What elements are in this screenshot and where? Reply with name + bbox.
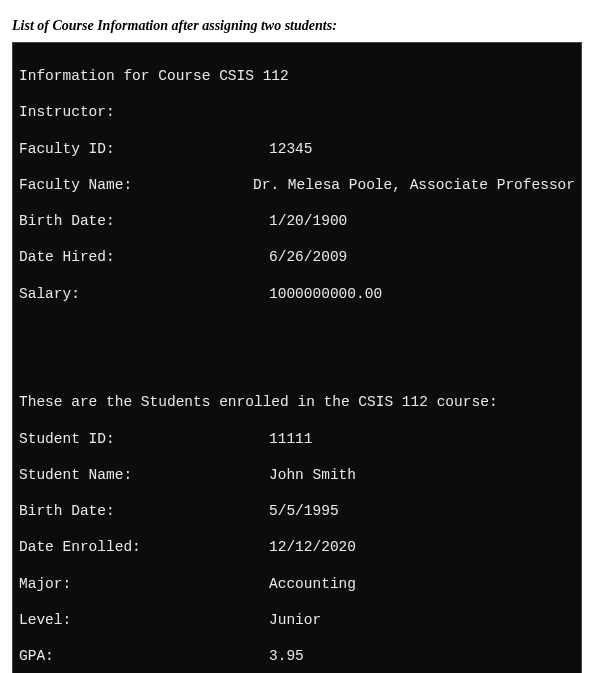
- students-heading: These are the Students enrolled in the C…: [19, 393, 575, 411]
- faculty-id-label: Faculty ID:: [19, 140, 269, 158]
- salary-value: 1000000000.00: [269, 285, 382, 303]
- faculty-birth-value: 1/20/1900: [269, 212, 347, 230]
- date-hired-value: 6/26/2009: [269, 248, 347, 266]
- console-output-1: Information for Course CSIS 112 Instruct…: [12, 42, 582, 673]
- student-name-value: John Smith: [269, 466, 356, 484]
- course-title: Information for Course CSIS 112: [19, 67, 575, 85]
- instructor-label: Instructor:: [19, 103, 575, 121]
- faculty-id-value: 12345: [269, 140, 313, 158]
- level-value: Junior: [269, 611, 321, 629]
- student-id-value: 11111: [269, 430, 313, 448]
- gpa-label: GPA:: [19, 647, 269, 665]
- date-enrolled-value: 12/12/2020: [269, 538, 356, 556]
- student-birth-value: 5/5/1995: [269, 502, 339, 520]
- faculty-birth-label: Birth Date:: [19, 212, 269, 230]
- date-enrolled-label: Date Enrolled:: [19, 538, 269, 556]
- major-value: Accounting: [269, 575, 356, 593]
- student-birth-label: Birth Date:: [19, 502, 269, 520]
- gpa-value: 3.95: [269, 647, 304, 665]
- faculty-name-label: Faculty Name:: [19, 176, 253, 194]
- major-label: Major:: [19, 575, 269, 593]
- faculty-name-value: Dr. Melesa Poole, Associate Professor: [253, 176, 575, 194]
- heading-1: List of Course Information after assigni…: [12, 18, 582, 34]
- date-hired-label: Date Hired:: [19, 248, 269, 266]
- student-id-label: Student ID:: [19, 430, 269, 448]
- salary-label: Salary:: [19, 285, 269, 303]
- level-label: Level:: [19, 611, 269, 629]
- student-name-label: Student Name:: [19, 466, 269, 484]
